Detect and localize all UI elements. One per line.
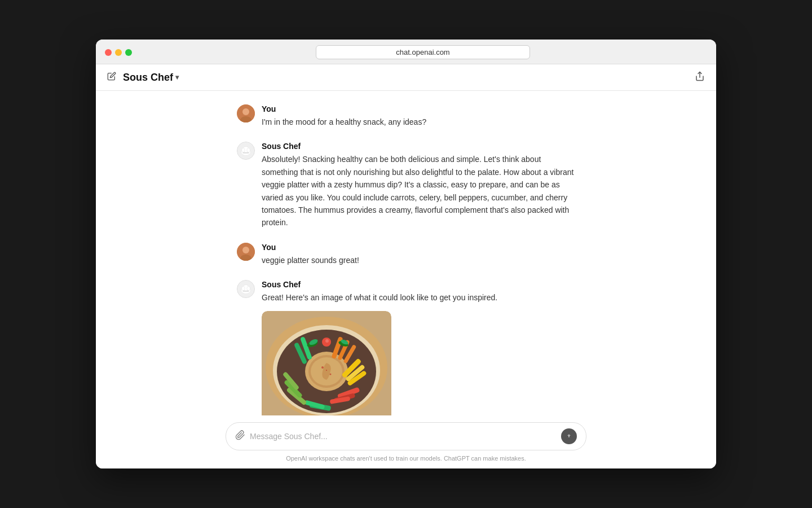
send-button[interactable] xyxy=(561,428,577,444)
chevron-down-icon: ▾ xyxy=(175,73,179,81)
message-content: Sous Chef Absolutely! Snacking healthy c… xyxy=(262,142,575,229)
message-group: Sous Chef Absolutely! Snacking healthy c… xyxy=(237,142,575,229)
url-input[interactable]: chat.openai.com xyxy=(316,45,530,59)
message-sender: You xyxy=(262,243,575,252)
chat-area[interactable]: You I'm in the mood for a healthy snack,… xyxy=(96,91,716,415)
svg-point-28 xyxy=(321,366,324,369)
app-content: Sous Chef ▾ xyxy=(96,64,716,468)
message-content: Sous Chef Great! Here's an image of what… xyxy=(262,280,575,415)
svg-point-9 xyxy=(247,148,250,153)
chat-container: You I'm in the mood for a healthy snack,… xyxy=(226,104,586,415)
message-text: veggie platter sounds great! xyxy=(262,254,575,266)
avatar xyxy=(237,243,255,261)
attach-icon[interactable] xyxy=(235,430,245,443)
message-content: You veggie platter sounds great! xyxy=(262,243,575,266)
minimize-button[interactable] xyxy=(115,49,122,56)
message-text: I'm in the mood for a healthy snack, any… xyxy=(262,116,575,128)
svg-rect-54 xyxy=(568,435,569,437)
input-area: OpenAI workspace chats aren't used to tr… xyxy=(96,415,716,468)
message-group: Sous Chef Great! Here's an image of what… xyxy=(237,280,575,415)
browser-chrome: chat.openai.com xyxy=(96,40,716,64)
svg-point-2 xyxy=(242,108,249,115)
message-text: Absolutely! Snacking healthy can be both… xyxy=(262,153,575,229)
app-header: Sous Chef ▾ xyxy=(96,64,716,91)
message-sender: You xyxy=(262,104,575,113)
message-input[interactable] xyxy=(250,432,557,441)
message-sender: Sous Chef xyxy=(262,280,575,289)
avatar xyxy=(237,104,255,122)
app-title-text: Sous Chef xyxy=(123,72,173,84)
svg-point-8 xyxy=(242,148,245,153)
edit-icon[interactable] xyxy=(107,72,116,83)
svg-point-30 xyxy=(326,370,327,371)
address-bar: chat.openai.com xyxy=(139,45,707,59)
footer-text: OpenAI workspace chats aren't used to tr… xyxy=(226,455,586,464)
maximize-button[interactable] xyxy=(125,49,132,56)
svg-point-12 xyxy=(242,247,249,253)
share-button[interactable] xyxy=(695,71,705,84)
message-input-wrapper xyxy=(226,422,586,450)
message-text: Great! Here's an image of what it could … xyxy=(262,291,575,304)
browser-window: chat.openai.com Sous Chef ▾ xyxy=(96,40,716,468)
close-button[interactable] xyxy=(105,49,112,56)
traffic-lights xyxy=(105,49,132,56)
message-content: You I'm in the mood for a healthy snack,… xyxy=(262,104,575,128)
message-sender: Sous Chef xyxy=(262,142,575,151)
message-group: You veggie platter sounds great! xyxy=(237,243,575,266)
app-title[interactable]: Sous Chef ▾ xyxy=(123,72,179,84)
avatar xyxy=(237,142,255,160)
input-container: OpenAI workspace chats aren't used to tr… xyxy=(226,422,586,464)
veggie-platter-image xyxy=(262,311,391,415)
svg-point-48 xyxy=(325,339,329,343)
svg-rect-10 xyxy=(242,152,249,154)
svg-point-19 xyxy=(247,286,250,291)
avatar xyxy=(237,280,255,298)
message-group: You I'm in the mood for a healthy snack,… xyxy=(237,104,575,128)
svg-rect-20 xyxy=(242,291,249,292)
svg-point-29 xyxy=(330,373,332,375)
svg-point-18 xyxy=(242,286,245,291)
header-left: Sous Chef ▾ xyxy=(107,72,179,84)
